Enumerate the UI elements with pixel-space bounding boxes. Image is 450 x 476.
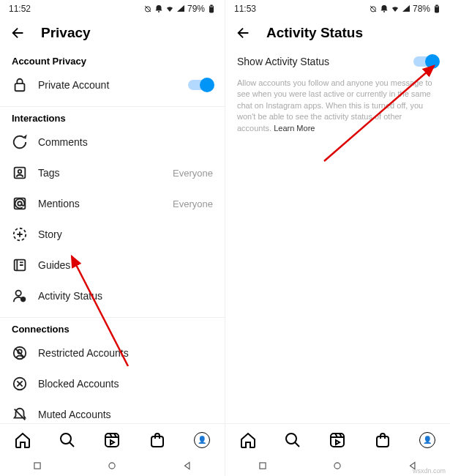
svg-rect-4 bbox=[210, 7, 213, 12]
story-icon bbox=[12, 226, 28, 242]
muted-icon bbox=[12, 406, 28, 423]
status-bar: 11:52 79% bbox=[0, 0, 225, 18]
section-connections-title: Connections bbox=[12, 324, 213, 335]
svg-point-34 bbox=[334, 463, 340, 469]
battery-icon bbox=[207, 4, 216, 13]
back-arrow-icon[interactable] bbox=[236, 25, 252, 41]
divider bbox=[0, 106, 225, 107]
watermark: wsxdn.com bbox=[413, 467, 446, 475]
dnd-icon bbox=[154, 4, 163, 13]
tags-icon bbox=[12, 165, 28, 181]
private-account-label: Private Account bbox=[38, 79, 178, 91]
mentions-icon bbox=[12, 196, 28, 212]
activity-status-row[interactable]: Activity Status bbox=[12, 280, 213, 311]
battery-icon bbox=[432, 4, 441, 13]
page-title: Privacy bbox=[41, 25, 91, 41]
status-time: 11:52 bbox=[9, 4, 31, 14]
svg-rect-22 bbox=[34, 463, 40, 469]
back-button[interactable] bbox=[182, 461, 192, 471]
blocked-row[interactable]: Blocked Accounts bbox=[12, 368, 213, 399]
system-nav bbox=[0, 455, 225, 476]
comments-icon bbox=[12, 134, 28, 150]
guides-row[interactable]: Guides bbox=[12, 250, 213, 280]
profile-icon[interactable]: 👤 bbox=[193, 431, 211, 449]
svg-rect-31 bbox=[331, 434, 344, 447]
status-right: 78% bbox=[369, 4, 441, 14]
svg-point-12 bbox=[16, 291, 21, 296]
svg-point-1 bbox=[158, 11, 160, 12]
bottom-nav: 👤 bbox=[0, 423, 225, 455]
private-account-row[interactable]: Private Account bbox=[12, 70, 213, 100]
home-icon[interactable] bbox=[14, 431, 31, 449]
tags-label: Tags bbox=[38, 167, 162, 179]
status-bar: 11:53 78% bbox=[225, 0, 450, 18]
activity-status-icon bbox=[12, 288, 28, 304]
svg-rect-29 bbox=[435, 7, 438, 12]
reels-icon[interactable] bbox=[329, 431, 346, 449]
svg-point-19 bbox=[61, 434, 71, 444]
svg-point-30 bbox=[286, 434, 296, 444]
show-activity-status-toggle[interactable] bbox=[413, 56, 438, 67]
divider bbox=[0, 317, 225, 318]
tags-row[interactable]: Tags Everyone bbox=[12, 157, 213, 188]
search-icon[interactable] bbox=[284, 431, 301, 449]
status-time: 11:53 bbox=[234, 4, 256, 14]
privacy-screen: 11:52 79% Privacy Account Privacy Privat… bbox=[0, 0, 225, 476]
recents-button[interactable] bbox=[32, 461, 42, 471]
svg-rect-33 bbox=[260, 463, 266, 469]
guides-icon bbox=[12, 257, 28, 273]
section-account-privacy-title: Account Privacy bbox=[12, 56, 213, 67]
home-button[interactable] bbox=[332, 461, 342, 471]
mentions-label: Mentions bbox=[38, 198, 162, 209]
activity-status-screen: 11:53 78% Activity Status Show Activity … bbox=[225, 0, 450, 476]
story-row[interactable]: Story bbox=[12, 219, 213, 250]
blocked-label: Blocked Accounts bbox=[38, 378, 213, 390]
mentions-row[interactable]: Mentions Everyone bbox=[12, 188, 213, 219]
private-account-toggle[interactable] bbox=[188, 80, 213, 90]
lock-icon bbox=[12, 77, 28, 93]
page-header: Activity Status bbox=[225, 18, 450, 50]
svg-rect-3 bbox=[211, 5, 212, 6]
svg-rect-5 bbox=[15, 83, 25, 91]
bottom-nav: 👤 bbox=[225, 423, 450, 455]
status-battery: 78% bbox=[413, 4, 430, 14]
reels-icon[interactable] bbox=[103, 431, 121, 449]
comments-row[interactable]: Comments bbox=[12, 127, 213, 157]
page-header: Privacy bbox=[0, 18, 225, 50]
page-title: Activity Status bbox=[266, 25, 363, 41]
svg-rect-32 bbox=[377, 436, 389, 447]
home-icon[interactable] bbox=[239, 431, 257, 449]
show-activity-status-row[interactable]: Show Activity Status bbox=[225, 50, 450, 73]
status-battery: 79% bbox=[187, 4, 205, 14]
back-arrow-icon[interactable] bbox=[10, 25, 26, 41]
svg-point-13 bbox=[21, 297, 26, 302]
section-interactions-title: Interactions bbox=[12, 113, 213, 124]
comments-label: Comments bbox=[38, 136, 213, 148]
activity-status-description: Allow accounts you follow and anyone you… bbox=[225, 73, 450, 138]
status-right: 79% bbox=[143, 4, 216, 14]
home-button[interactable] bbox=[107, 461, 117, 471]
wifi-icon bbox=[391, 4, 400, 13]
profile-icon[interactable]: 👤 bbox=[419, 431, 436, 449]
muted-row[interactable]: Muted Accounts bbox=[12, 399, 213, 423]
svg-point-7 bbox=[18, 170, 22, 174]
svg-rect-20 bbox=[105, 434, 119, 447]
svg-rect-28 bbox=[436, 5, 438, 6]
dnd-icon bbox=[380, 4, 389, 13]
blocked-icon bbox=[12, 376, 28, 392]
alarm-off-icon bbox=[143, 4, 152, 13]
alarm-off-icon bbox=[369, 4, 378, 13]
svg-point-23 bbox=[109, 463, 115, 469]
shop-icon[interactable] bbox=[374, 431, 391, 449]
learn-more-link[interactable]: Learn More bbox=[274, 124, 315, 133]
story-label: Story bbox=[38, 228, 213, 240]
shop-icon[interactable] bbox=[149, 431, 166, 449]
svg-point-26 bbox=[383, 11, 385, 12]
muted-label: Muted Accounts bbox=[38, 409, 213, 420]
restricted-row[interactable]: Restricted Accounts bbox=[12, 338, 213, 368]
activity-status-label: Activity Status bbox=[38, 290, 213, 302]
search-icon[interactable] bbox=[59, 431, 76, 449]
svg-rect-21 bbox=[151, 436, 163, 447]
recents-button[interactable] bbox=[258, 461, 268, 471]
mentions-value: Everyone bbox=[173, 198, 213, 209]
